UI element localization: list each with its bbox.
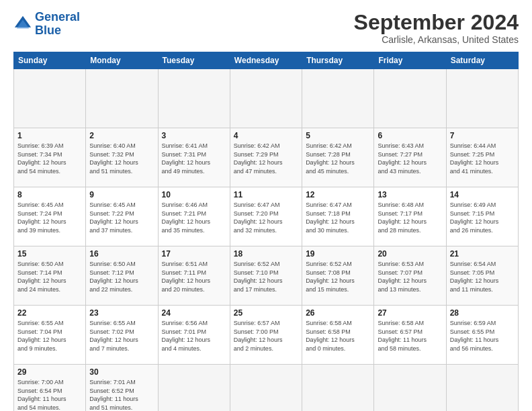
day-number: 8 [17,190,82,199]
col-tuesday: Tuesday [158,52,230,69]
day-info: Sunrise: 6:47 AM Sunset: 7:20 PM Dayligh… [234,201,298,234]
table-row [230,69,302,128]
col-monday: Monday [86,52,158,69]
table-row: 10Sunrise: 6:46 AM Sunset: 7:21 PM Dayli… [158,187,230,246]
day-info: Sunrise: 6:49 AM Sunset: 7:15 PM Dayligh… [450,201,515,234]
table-row: 9Sunrise: 6:45 AM Sunset: 7:22 PM Daylig… [86,187,158,246]
day-number: 9 [89,190,154,199]
day-number: 17 [162,249,226,259]
day-number: 2 [89,131,154,140]
table-row [374,69,446,128]
page: General Blue September 2024 Carlisle, Ar… [0,0,532,411]
day-info: Sunrise: 6:43 AM Sunset: 7:27 PM Dayligh… [378,142,442,175]
logo-general: General [35,10,80,24]
day-info: Sunrise: 6:46 AM Sunset: 7:21 PM Dayligh… [162,201,226,234]
table-row: 29Sunrise: 7:00 AM Sunset: 6:54 PM Dayli… [14,365,86,411]
day-number: 20 [378,249,442,259]
day-number: 24 [162,308,226,318]
day-info: Sunrise: 6:45 AM Sunset: 7:22 PM Dayligh… [89,201,154,234]
day-info: Sunrise: 6:58 AM Sunset: 6:58 PM Dayligh… [306,319,370,353]
table-row: 7Sunrise: 6:44 AM Sunset: 7:25 PM Daylig… [446,128,518,187]
col-sunday: Sunday [14,52,86,69]
day-info: Sunrise: 6:39 AM Sunset: 7:34 PM Dayligh… [17,142,82,175]
calendar-week-2: 8Sunrise: 6:45 AM Sunset: 7:24 PM Daylig… [14,187,519,246]
table-row: 5Sunrise: 6:42 AM Sunset: 7:28 PM Daylig… [302,128,374,187]
table-row: 26Sunrise: 6:58 AM Sunset: 6:58 PM Dayli… [302,306,374,365]
col-wednesday: Wednesday [230,52,302,69]
table-row [374,365,446,411]
day-number: 23 [89,308,154,318]
day-number: 10 [162,190,226,199]
calendar-title: September 2024 [354,11,519,34]
table-row: 1Sunrise: 6:39 AM Sunset: 7:34 PM Daylig… [14,128,86,187]
table-row: 25Sunrise: 6:57 AM Sunset: 7:00 PM Dayli… [230,306,302,365]
day-info: Sunrise: 6:55 AM Sunset: 7:04 PM Dayligh… [17,319,82,353]
table-row: 12Sunrise: 6:47 AM Sunset: 7:18 PM Dayli… [302,187,374,246]
table-row [86,69,158,128]
day-info: Sunrise: 7:01 AM Sunset: 6:52 PM Dayligh… [89,378,154,411]
table-row: 15Sunrise: 6:50 AM Sunset: 7:14 PM Dayli… [14,246,86,306]
calendar-week-1: 1Sunrise: 6:39 AM Sunset: 7:34 PM Daylig… [14,128,519,187]
table-row: 24Sunrise: 6:56 AM Sunset: 7:01 PM Dayli… [158,306,230,365]
day-number: 19 [306,249,370,259]
table-row: 17Sunrise: 6:51 AM Sunset: 7:11 PM Dayli… [158,246,230,306]
table-row [446,365,518,411]
calendar-week-3: 15Sunrise: 6:50 AM Sunset: 7:14 PM Dayli… [14,246,519,306]
day-info: Sunrise: 6:40 AM Sunset: 7:32 PM Dayligh… [89,142,154,175]
day-info: Sunrise: 6:42 AM Sunset: 7:28 PM Dayligh… [306,142,370,175]
table-row: 22Sunrise: 6:55 AM Sunset: 7:04 PM Dayli… [14,306,86,365]
day-number: 6 [378,131,442,140]
day-number: 7 [450,131,515,140]
day-info: Sunrise: 6:42 AM Sunset: 7:29 PM Dayligh… [234,142,298,175]
table-row [230,365,302,411]
table-row [158,365,230,411]
day-info: Sunrise: 6:41 AM Sunset: 7:31 PM Dayligh… [162,142,226,175]
day-info: Sunrise: 6:59 AM Sunset: 6:55 PM Dayligh… [450,319,515,353]
day-info: Sunrise: 6:56 AM Sunset: 7:01 PM Dayligh… [162,319,226,353]
day-number: 25 [234,308,298,318]
day-info: Sunrise: 6:48 AM Sunset: 7:17 PM Dayligh… [378,201,442,234]
table-row: 14Sunrise: 6:49 AM Sunset: 7:15 PM Dayli… [446,187,518,246]
table-row [158,69,230,128]
day-info: Sunrise: 6:57 AM Sunset: 7:00 PM Dayligh… [234,319,298,353]
table-row [302,365,374,411]
day-info: Sunrise: 6:55 AM Sunset: 7:02 PM Dayligh… [89,319,154,353]
day-number: 18 [234,249,298,259]
calendar-week-4: 22Sunrise: 6:55 AM Sunset: 7:04 PM Dayli… [14,306,519,365]
calendar-week-0 [14,69,519,128]
day-number: 13 [378,190,442,199]
day-info: Sunrise: 7:00 AM Sunset: 6:54 PM Dayligh… [17,378,82,411]
day-info: Sunrise: 6:44 AM Sunset: 7:25 PM Dayligh… [450,142,515,175]
table-row: 6Sunrise: 6:43 AM Sunset: 7:27 PM Daylig… [374,128,446,187]
day-number: 27 [378,308,442,318]
day-number: 28 [450,308,515,318]
title-block: September 2024 Carlisle, Arkansas, Unite… [354,11,519,45]
logo: General Blue [13,11,80,38]
day-info: Sunrise: 6:52 AM Sunset: 7:10 PM Dayligh… [234,260,298,293]
day-number: 11 [234,190,298,199]
day-number: 5 [306,131,370,140]
table-row [14,69,86,128]
day-number: 29 [17,367,82,377]
table-row: 3Sunrise: 6:41 AM Sunset: 7:31 PM Daylig… [158,128,230,187]
header-row: Sunday Monday Tuesday Wednesday Thursday… [14,52,519,69]
calendar-header: Sunday Monday Tuesday Wednesday Thursday… [14,52,519,69]
col-saturday: Saturday [446,52,518,69]
day-number: 21 [450,249,515,259]
table-row: 16Sunrise: 6:50 AM Sunset: 7:12 PM Dayli… [86,246,158,306]
table-row: 28Sunrise: 6:59 AM Sunset: 6:55 PM Dayli… [446,306,518,365]
table-row: 21Sunrise: 6:54 AM Sunset: 7:05 PM Dayli… [446,246,518,306]
table-row [302,69,374,128]
day-number: 30 [89,367,154,377]
day-info: Sunrise: 6:52 AM Sunset: 7:08 PM Dayligh… [306,260,370,293]
day-number: 22 [17,308,82,318]
day-number: 4 [234,131,298,140]
day-info: Sunrise: 6:45 AM Sunset: 7:24 PM Dayligh… [17,201,82,234]
table-row: 2Sunrise: 6:40 AM Sunset: 7:32 PM Daylig… [86,128,158,187]
day-info: Sunrise: 6:53 AM Sunset: 7:07 PM Dayligh… [378,260,442,293]
calendar-table: Sunday Monday Tuesday Wednesday Thursday… [13,52,519,411]
day-info: Sunrise: 6:58 AM Sunset: 6:57 PM Dayligh… [378,319,442,353]
table-row: 23Sunrise: 6:55 AM Sunset: 7:02 PM Dayli… [86,306,158,365]
day-number: 3 [162,131,226,140]
table-row: 4Sunrise: 6:42 AM Sunset: 7:29 PM Daylig… [230,128,302,187]
